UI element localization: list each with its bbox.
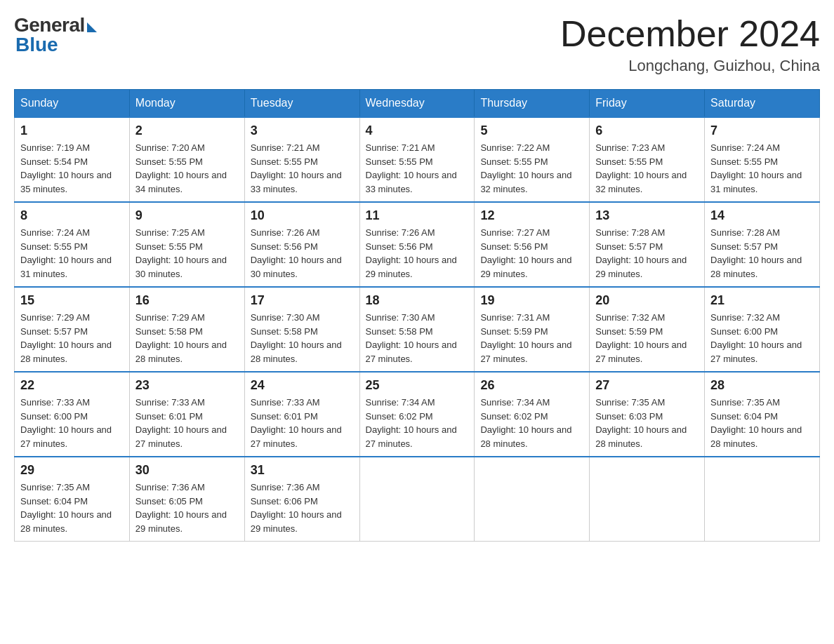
day-cell: 5Sunrise: 7:22 AMSunset: 5:55 PMDaylight… <box>475 117 590 202</box>
day-info: Sunrise: 7:30 AMSunset: 5:58 PMDaylight:… <box>251 311 354 365</box>
day-info: Sunrise: 7:27 AMSunset: 5:56 PMDaylight:… <box>480 226 583 281</box>
day-cell: 1Sunrise: 7:19 AMSunset: 5:54 PMDaylight… <box>15 117 130 202</box>
day-info: Sunrise: 7:28 AMSunset: 5:57 PMDaylight:… <box>595 226 699 281</box>
day-number: 25 <box>366 378 469 393</box>
day-info: Sunrise: 7:20 AMSunset: 5:55 PMDaylight:… <box>135 141 239 196</box>
day-info: Sunrise: 7:21 AMSunset: 5:55 PMDaylight:… <box>251 141 354 196</box>
day-info: Sunrise: 7:32 AMSunset: 6:00 PMDaylight:… <box>710 311 814 365</box>
day-number: 19 <box>480 293 583 308</box>
day-number: 4 <box>366 123 469 138</box>
day-number: 23 <box>135 378 239 393</box>
week-row-5: 29Sunrise: 7:35 AMSunset: 6:04 PMDayligh… <box>15 457 820 542</box>
day-number: 10 <box>251 208 354 223</box>
week-row-2: 8Sunrise: 7:24 AMSunset: 5:55 PMDaylight… <box>15 202 820 287</box>
day-info: Sunrise: 7:23 AMSunset: 5:55 PMDaylight:… <box>595 141 699 196</box>
month-title: December 2024 <box>560 14 820 54</box>
day-info: Sunrise: 7:32 AMSunset: 5:59 PMDaylight:… <box>595 311 699 365</box>
day-cell: 22Sunrise: 7:33 AMSunset: 6:00 PMDayligh… <box>15 372 130 457</box>
day-cell: 9Sunrise: 7:25 AMSunset: 5:55 PMDaylight… <box>129 202 244 287</box>
week-row-3: 15Sunrise: 7:29 AMSunset: 5:57 PMDayligh… <box>15 287 820 372</box>
column-header-sunday: Sunday <box>15 90 130 118</box>
day-cell: 14Sunrise: 7:28 AMSunset: 5:57 PMDayligh… <box>705 202 820 287</box>
calendar-header-row: SundayMondayTuesdayWednesdayThursdayFrid… <box>15 90 820 118</box>
day-cell <box>590 457 705 542</box>
day-cell: 4Sunrise: 7:21 AMSunset: 5:55 PMDaylight… <box>359 117 475 202</box>
day-cell: 31Sunrise: 7:36 AMSunset: 6:06 PMDayligh… <box>244 457 359 542</box>
day-number: 5 <box>480 123 583 138</box>
day-info: Sunrise: 7:26 AMSunset: 5:56 PMDaylight:… <box>251 226 354 281</box>
day-cell: 21Sunrise: 7:32 AMSunset: 6:00 PMDayligh… <box>705 287 820 372</box>
logo: General Blue <box>14 14 97 56</box>
week-row-1: 1Sunrise: 7:19 AMSunset: 5:54 PMDaylight… <box>15 117 820 202</box>
day-info: Sunrise: 7:26 AMSunset: 5:56 PMDaylight:… <box>366 226 469 281</box>
day-number: 29 <box>20 463 124 478</box>
day-info: Sunrise: 7:24 AMSunset: 5:55 PMDaylight:… <box>710 141 814 196</box>
day-number: 28 <box>710 378 814 393</box>
day-info: Sunrise: 7:30 AMSunset: 5:58 PMDaylight:… <box>366 311 469 365</box>
day-number: 11 <box>366 208 469 223</box>
column-header-monday: Monday <box>129 90 244 118</box>
day-info: Sunrise: 7:36 AMSunset: 6:06 PMDaylight:… <box>251 481 354 535</box>
day-number: 1 <box>20 123 124 138</box>
day-number: 6 <box>595 123 699 138</box>
day-cell: 26Sunrise: 7:34 AMSunset: 6:02 PMDayligh… <box>475 372 590 457</box>
day-cell: 7Sunrise: 7:24 AMSunset: 5:55 PMDaylight… <box>705 117 820 202</box>
day-cell: 8Sunrise: 7:24 AMSunset: 5:55 PMDaylight… <box>15 202 130 287</box>
day-cell <box>475 457 590 542</box>
day-cell: 3Sunrise: 7:21 AMSunset: 5:55 PMDaylight… <box>244 117 359 202</box>
day-number: 9 <box>135 208 239 223</box>
day-number: 7 <box>710 123 814 138</box>
day-cell <box>359 457 475 542</box>
location-text: Longchang, Guizhou, China <box>560 57 820 75</box>
day-info: Sunrise: 7:21 AMSunset: 5:55 PMDaylight:… <box>366 141 469 196</box>
day-number: 24 <box>251 378 354 393</box>
day-number: 12 <box>480 208 583 223</box>
day-info: Sunrise: 7:33 AMSunset: 6:00 PMDaylight:… <box>20 396 124 450</box>
day-info: Sunrise: 7:33 AMSunset: 6:01 PMDaylight:… <box>135 396 239 450</box>
calendar-table: SundayMondayTuesdayWednesdayThursdayFrid… <box>14 89 820 542</box>
day-info: Sunrise: 7:36 AMSunset: 6:05 PMDaylight:… <box>135 481 239 535</box>
day-info: Sunrise: 7:34 AMSunset: 6:02 PMDaylight:… <box>366 396 469 450</box>
column-header-wednesday: Wednesday <box>359 90 475 118</box>
day-number: 16 <box>135 293 239 308</box>
day-cell: 23Sunrise: 7:33 AMSunset: 6:01 PMDayligh… <box>129 372 244 457</box>
day-info: Sunrise: 7:31 AMSunset: 5:59 PMDaylight:… <box>480 311 583 365</box>
day-info: Sunrise: 7:28 AMSunset: 5:57 PMDaylight:… <box>710 226 814 281</box>
title-section: December 2024 Longchang, Guizhou, China <box>560 14 820 75</box>
day-number: 20 <box>595 293 699 308</box>
day-info: Sunrise: 7:29 AMSunset: 5:58 PMDaylight:… <box>135 311 239 365</box>
column-header-friday: Friday <box>590 90 705 118</box>
day-cell: 20Sunrise: 7:32 AMSunset: 5:59 PMDayligh… <box>590 287 705 372</box>
column-header-saturday: Saturday <box>705 90 820 118</box>
day-info: Sunrise: 7:34 AMSunset: 6:02 PMDaylight:… <box>480 396 583 450</box>
day-cell: 29Sunrise: 7:35 AMSunset: 6:04 PMDayligh… <box>15 457 130 542</box>
day-number: 3 <box>251 123 354 138</box>
day-number: 21 <box>710 293 814 308</box>
day-cell: 2Sunrise: 7:20 AMSunset: 5:55 PMDaylight… <box>129 117 244 202</box>
day-number: 18 <box>366 293 469 308</box>
day-number: 8 <box>20 208 124 223</box>
day-info: Sunrise: 7:35 AMSunset: 6:04 PMDaylight:… <box>710 396 814 450</box>
day-cell: 11Sunrise: 7:26 AMSunset: 5:56 PMDayligh… <box>359 202 475 287</box>
day-info: Sunrise: 7:33 AMSunset: 6:01 PMDaylight:… <box>251 396 354 450</box>
day-cell: 27Sunrise: 7:35 AMSunset: 6:03 PMDayligh… <box>590 372 705 457</box>
day-cell: 10Sunrise: 7:26 AMSunset: 5:56 PMDayligh… <box>244 202 359 287</box>
day-number: 15 <box>20 293 124 308</box>
day-cell: 30Sunrise: 7:36 AMSunset: 6:05 PMDayligh… <box>129 457 244 542</box>
day-cell: 24Sunrise: 7:33 AMSunset: 6:01 PMDayligh… <box>244 372 359 457</box>
day-info: Sunrise: 7:19 AMSunset: 5:54 PMDaylight:… <box>20 141 124 196</box>
week-row-4: 22Sunrise: 7:33 AMSunset: 6:00 PMDayligh… <box>15 372 820 457</box>
day-cell: 6Sunrise: 7:23 AMSunset: 5:55 PMDaylight… <box>590 117 705 202</box>
day-number: 22 <box>20 378 124 393</box>
day-cell: 12Sunrise: 7:27 AMSunset: 5:56 PMDayligh… <box>475 202 590 287</box>
day-cell: 17Sunrise: 7:30 AMSunset: 5:58 PMDayligh… <box>244 287 359 372</box>
day-number: 31 <box>251 463 354 478</box>
day-number: 30 <box>135 463 239 478</box>
day-cell: 16Sunrise: 7:29 AMSunset: 5:58 PMDayligh… <box>129 287 244 372</box>
logo-arrow-icon <box>87 22 97 32</box>
day-number: 2 <box>135 123 239 138</box>
page-header: General Blue December 2024 Longchang, Gu… <box>14 14 820 75</box>
day-cell: 18Sunrise: 7:30 AMSunset: 5:58 PMDayligh… <box>359 287 475 372</box>
day-number: 17 <box>251 293 354 308</box>
column-header-tuesday: Tuesday <box>244 90 359 118</box>
